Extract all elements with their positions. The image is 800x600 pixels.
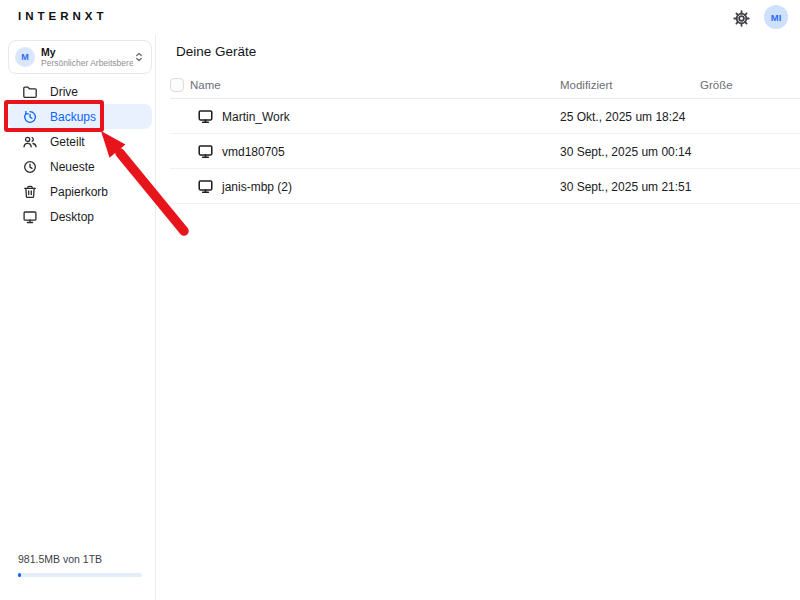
device-modified: 30 Sept., 2025 um 00:14 xyxy=(560,145,691,159)
sidebar-item-label: Papierkorb xyxy=(50,185,108,199)
sidebar-item-backups[interactable]: Backups xyxy=(8,104,152,129)
trash-icon xyxy=(22,184,38,200)
select-all-checkbox[interactable] xyxy=(170,78,184,92)
device-name: vmd180705 xyxy=(222,145,285,159)
device-name: Martin_Work xyxy=(222,110,290,124)
monitor-icon xyxy=(197,178,214,195)
sidebar-nav: Drive Backups Geteilt xyxy=(0,79,155,229)
sidebar: M My Persönlicher Arbeitsberei... Drive xyxy=(0,35,156,600)
workspace-text: My Persönlicher Arbeitsberei... xyxy=(41,46,133,68)
storage-usage-text: 981.5MB von 1TB xyxy=(18,553,142,565)
gear-icon xyxy=(732,9,751,28)
monitor-icon xyxy=(197,108,214,125)
table-row[interactable]: vmd180705 30 Sept., 2025 um 00:14 xyxy=(170,134,800,169)
page-title: Deine Geräte xyxy=(176,44,256,59)
sidebar-item-label: Backups xyxy=(50,110,96,124)
sidebar-item-drive[interactable]: Drive xyxy=(8,79,152,104)
column-header-modified[interactable]: Modifiziert xyxy=(560,79,612,91)
table-header: Name Modifiziert Größe xyxy=(170,72,800,99)
storage-progress-fill xyxy=(18,573,21,577)
sidebar-item-label: Desktop xyxy=(50,210,94,224)
clock-icon xyxy=(22,159,38,175)
workspace-selector[interactable]: M My Persönlicher Arbeitsberei... xyxy=(8,40,152,74)
device-table: Martin_Work 25 Okt., 2025 um 18:24 vmd18… xyxy=(170,99,800,204)
storage-progress-bar xyxy=(18,573,142,577)
sidebar-item-label: Neueste xyxy=(50,160,95,174)
monitor-icon xyxy=(22,209,38,225)
sidebar-item-trash[interactable]: Papierkorb xyxy=(8,179,152,204)
internxt-logo: INTERNXT xyxy=(18,10,108,22)
sidebar-item-shared[interactable]: Geteilt xyxy=(8,129,152,154)
sidebar-item-label: Drive xyxy=(50,85,78,99)
storage-usage: 981.5MB von 1TB xyxy=(18,553,142,577)
workspace-avatar: M xyxy=(15,47,35,67)
monitor-icon xyxy=(197,143,214,160)
backup-restore-icon xyxy=(22,109,38,125)
device-name: janis-mbp (2) xyxy=(222,180,292,194)
user-avatar[interactable]: MI xyxy=(764,5,788,29)
main-content: Deine Geräte Name Modifiziert Größe Mart… xyxy=(156,35,800,600)
settings-button[interactable] xyxy=(731,8,751,28)
workspace-name: My xyxy=(41,46,133,58)
column-header-name[interactable]: Name xyxy=(190,79,221,91)
sidebar-item-desktop[interactable]: Desktop xyxy=(8,204,152,229)
column-header-size[interactable]: Größe xyxy=(700,79,733,91)
chevron-up-down-icon xyxy=(133,51,145,63)
sidebar-item-label: Geteilt xyxy=(50,135,85,149)
workspace-subtitle: Persönlicher Arbeitsberei... xyxy=(41,58,133,68)
device-modified: 30 Sept., 2025 um 21:51 xyxy=(560,180,691,194)
sidebar-item-recents[interactable]: Neueste xyxy=(8,154,152,179)
table-row[interactable]: Martin_Work 25 Okt., 2025 um 18:24 xyxy=(170,99,800,134)
table-row[interactable]: janis-mbp (2) 30 Sept., 2025 um 21:51 xyxy=(170,169,800,204)
top-bar: INTERNXT MI xyxy=(0,0,800,35)
device-modified: 25 Okt., 2025 um 18:24 xyxy=(560,110,685,124)
folder-icon xyxy=(22,84,38,100)
shared-users-icon xyxy=(22,134,38,150)
